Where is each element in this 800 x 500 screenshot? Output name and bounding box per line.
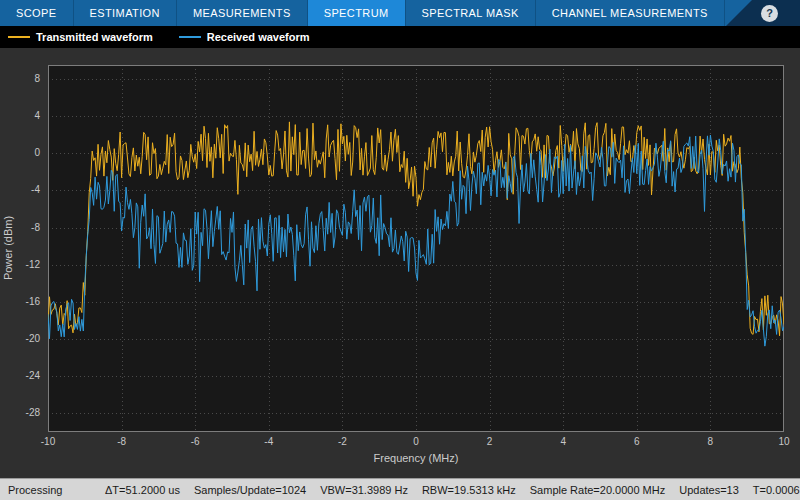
legend: Transmitted waveform Received waveform	[0, 26, 800, 48]
status-state: Processing	[8, 484, 105, 496]
status-item: Samples/Update=1024	[194, 484, 306, 496]
tab-measurements[interactable]: MEASUREMENTS	[177, 0, 308, 26]
status-item: Sample Rate=20.0000 MHz	[530, 484, 665, 496]
status-item: ΔT=51.2000 us	[105, 484, 180, 496]
status-item: T=0.0006	[753, 484, 800, 496]
tab-spectral-mask[interactable]: SPECTRAL MASK	[406, 0, 536, 26]
x-tick-label: 10	[769, 436, 799, 447]
x-tick-label: 8	[695, 436, 725, 447]
plot-area: Power (dBm) 840-4-8-12-16-20-24-28 -10-8…	[0, 48, 800, 478]
y-tick-label: -28	[0, 407, 40, 418]
y-tick-label: 8	[0, 73, 40, 84]
y-tick-label: -8	[0, 222, 40, 233]
x-tick-label: 0	[401, 436, 431, 447]
x-tick-labels: -10-8-6-4-20246810	[48, 436, 784, 450]
status-item: VBW=31.3989 Hz	[320, 484, 408, 496]
y-tick-label: -12	[0, 259, 40, 270]
x-tick-label: 2	[475, 436, 505, 447]
x-tick-label: -6	[180, 436, 210, 447]
status-item: RBW=19.5313 kHz	[422, 484, 516, 496]
x-tick-label: -4	[254, 436, 284, 447]
y-tick-label: -24	[0, 370, 40, 381]
x-tick-label: -2	[327, 436, 357, 447]
toolstrip-end-cap: ?	[726, 0, 800, 26]
legend-label-received: Received waveform	[207, 31, 310, 43]
y-tick-label: -20	[0, 333, 40, 344]
help-button[interactable]: ?	[761, 5, 778, 22]
x-tick-label: 4	[548, 436, 578, 447]
status-item: Updates=13	[679, 484, 739, 496]
spectrum-analyzer-window: SCOPE ESTIMATION MEASUREMENTS SPECTRUM S…	[0, 0, 800, 500]
y-tick-labels: 840-4-8-12-16-20-24-28	[0, 65, 44, 432]
toolstrip-tab-bar: SCOPE ESTIMATION MEASUREMENTS SPECTRUM S…	[0, 0, 800, 26]
y-tick-label: 4	[0, 110, 40, 121]
legend-item-transmitted[interactable]: Transmitted waveform	[8, 31, 153, 43]
x-axis-label: Frequency (MHz)	[48, 452, 784, 464]
tab-estimation[interactable]: ESTIMATION	[74, 0, 177, 26]
tab-scope[interactable]: SCOPE	[0, 0, 74, 26]
x-tick-label: -10	[33, 436, 63, 447]
x-tick-label: 6	[622, 436, 652, 447]
status-bar: Processing ΔT=51.2000 us Samples/Update=…	[0, 478, 800, 500]
legend-item-received[interactable]: Received waveform	[179, 31, 310, 43]
spectrum-canvas[interactable]	[48, 65, 784, 432]
legend-line-swatch-received	[179, 36, 201, 38]
tab-channel-measurements[interactable]: CHANNEL MEASUREMENTS	[536, 0, 725, 26]
y-tick-label: -4	[0, 184, 40, 195]
y-tick-label: 0	[0, 147, 40, 158]
legend-label-transmitted: Transmitted waveform	[36, 31, 153, 43]
y-tick-label: -16	[0, 296, 40, 307]
tab-spectrum[interactable]: SPECTRUM	[308, 0, 406, 26]
legend-line-swatch-transmitted	[8, 36, 30, 38]
x-tick-label: -8	[107, 436, 137, 447]
